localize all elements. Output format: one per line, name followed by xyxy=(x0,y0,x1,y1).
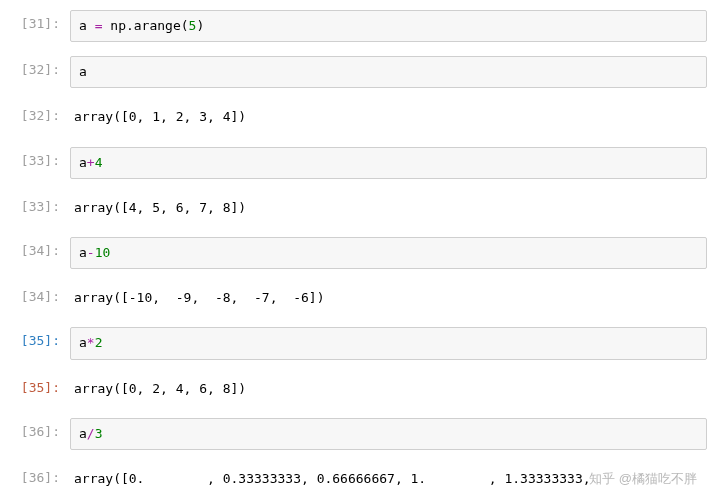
in-prompt: [34]: xyxy=(8,237,70,258)
code-output: array([0, 2, 4, 6, 8]) xyxy=(70,374,707,404)
input-cell: [31]:a = np.arange(5) xyxy=(0,6,715,46)
code-token: + xyxy=(87,155,95,170)
cell-content: a+4 xyxy=(70,147,707,179)
cell-content: a-10 xyxy=(70,237,707,269)
cell-content: array([-10, -9, -8, -7, -6]) xyxy=(70,283,707,313)
code-token: arange xyxy=(134,18,181,33)
out-prompt: [34]: xyxy=(8,283,70,304)
in-prompt: [33]: xyxy=(8,147,70,168)
code-input[interactable]: a xyxy=(70,56,707,88)
code-token: a xyxy=(79,18,87,33)
input-cell: [35]:a*2 xyxy=(0,323,715,363)
input-cell: [33]:a+4 xyxy=(0,143,715,183)
code-output: array([0. , 0.33333333, 0.66666667, 1. ,… xyxy=(70,464,707,494)
code-token: 4 xyxy=(95,155,103,170)
in-prompt: [35]: xyxy=(8,327,70,348)
output-cell: [34]:array([-10, -9, -8, -7, -6]) xyxy=(0,279,715,317)
code-output: array([-10, -9, -8, -7, -6]) xyxy=(70,283,707,313)
code-input[interactable]: a*2 xyxy=(70,327,707,359)
in-prompt: [36]: xyxy=(8,418,70,439)
input-cell: [36]:a/3 xyxy=(0,414,715,454)
output-cell: [35]:array([0, 2, 4, 6, 8]) xyxy=(0,370,715,408)
code-token: 10 xyxy=(95,245,111,260)
cell-content: a xyxy=(70,56,707,88)
out-prompt: [32]: xyxy=(8,102,70,123)
cell-content: array([0, 1, 2, 3, 4]) xyxy=(70,102,707,132)
code-token: ( xyxy=(181,18,189,33)
code-token: a xyxy=(79,426,87,441)
code-token: - xyxy=(87,245,95,260)
code-token: / xyxy=(87,426,95,441)
in-prompt: [32]: xyxy=(8,56,70,77)
out-prompt: [35]: xyxy=(8,374,70,395)
code-token: 3 xyxy=(95,426,103,441)
code-token xyxy=(87,18,95,33)
out-prompt: [36]: xyxy=(8,464,70,485)
code-token: a xyxy=(79,64,87,79)
code-token: a xyxy=(79,155,87,170)
cell-content: a/3 xyxy=(70,418,707,450)
code-token: . xyxy=(126,18,134,33)
out-prompt: [33]: xyxy=(8,193,70,214)
cell-content: a = np.arange(5) xyxy=(70,10,707,42)
output-cell: [33]:array([4, 5, 6, 7, 8]) xyxy=(0,189,715,227)
input-cell: [32]:a xyxy=(0,52,715,92)
code-token: ) xyxy=(196,18,204,33)
code-token: 2 xyxy=(95,335,103,350)
code-input[interactable]: a-10 xyxy=(70,237,707,269)
code-input[interactable]: a+4 xyxy=(70,147,707,179)
code-token: np xyxy=(110,18,126,33)
output-cell: [32]:array([0, 1, 2, 3, 4]) xyxy=(0,98,715,136)
code-input[interactable]: a = np.arange(5) xyxy=(70,10,707,42)
cell-content: array([0, 2, 4, 6, 8]) xyxy=(70,374,707,404)
notebook: [31]:a = np.arange(5)[32]:a[32]:array([0… xyxy=(0,0,715,500)
input-cell: [34]:a-10 xyxy=(0,233,715,273)
code-token: * xyxy=(87,335,95,350)
cell-content: array([0. , 0.33333333, 0.66666667, 1. ,… xyxy=(70,464,707,494)
code-input[interactable]: a/3 xyxy=(70,418,707,450)
code-output: array([0, 1, 2, 3, 4]) xyxy=(70,102,707,132)
cell-content: array([4, 5, 6, 7, 8]) xyxy=(70,193,707,223)
code-output: array([4, 5, 6, 7, 8]) xyxy=(70,193,707,223)
cell-content: a*2 xyxy=(70,327,707,359)
code-token: a xyxy=(79,335,87,350)
code-token: a xyxy=(79,245,87,260)
output-cell: [36]:array([0. , 0.33333333, 0.66666667,… xyxy=(0,460,715,498)
in-prompt: [31]: xyxy=(8,10,70,31)
